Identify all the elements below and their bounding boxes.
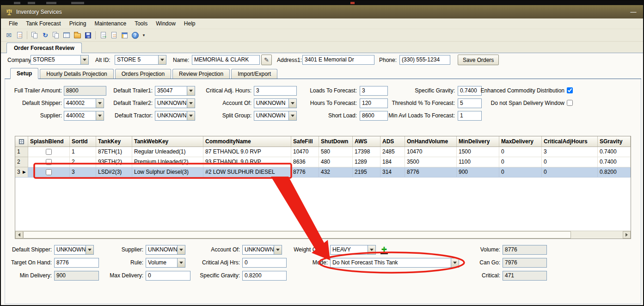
column-header-tankkey[interactable]: TankKey — [96, 136, 132, 147]
company-combobox[interactable]: STORE5 — [31, 55, 89, 65]
save-icon[interactable] — [83, 31, 92, 40]
default-trailer1-combobox[interactable]: 35047 — [155, 86, 195, 96]
help-icon[interactable]: ? — [130, 31, 140, 40]
threshold-to-forecast-field[interactable]: 5 — [458, 98, 482, 108]
mode-combobox[interactable]: Do Not Forecast This Tank — [330, 258, 459, 268]
grid-cell[interactable]: 2 — [70, 157, 96, 167]
row-number-cell[interactable]: 3 ▶ — [15, 167, 28, 177]
column-header-ads[interactable]: ADS — [380, 136, 405, 147]
phone-field[interactable]: (330) 555-1234 — [399, 55, 450, 65]
column-header-onhandvolume[interactable]: OnHandVolume — [405, 136, 457, 147]
column-header-mindelivery[interactable]: MinDelivery — [457, 136, 499, 147]
horizontal-scrollbar[interactable] — [15, 231, 631, 239]
grid-cell[interactable]: 432 — [319, 167, 353, 177]
do-not-span-delivery-window-checkbox[interactable] — [567, 100, 573, 106]
bottom-supplier-combobox[interactable]: UNKNOWN — [146, 245, 185, 255]
menu-tools[interactable]: Tools — [130, 19, 152, 28]
critical-adj-hours-field[interactable]: 3 — [254, 86, 297, 96]
paste-icon[interactable] — [51, 31, 61, 40]
column-header-shutdown[interactable]: ShutDown — [319, 136, 353, 147]
report-icon[interactable] — [15, 31, 24, 40]
grid-cell[interactable]: 184 — [380, 157, 405, 167]
grid-cell[interactable]: Regular Unleaded(1) — [132, 147, 203, 157]
default-tractor-combobox[interactable]: UNKNOWN — [155, 111, 195, 121]
grid-cell[interactable]: 3500 — [405, 157, 457, 167]
weight-class-combobox[interactable]: HEAVY — [330, 245, 376, 255]
grid-cell[interactable]: 93ETH(2) — [96, 157, 132, 167]
column-header-sgravity[interactable]: SGravity — [598, 136, 631, 147]
critical-adj-hrs-field[interactable]: 0 — [242, 258, 287, 268]
row-number-cell[interactable]: 1 — [15, 147, 28, 157]
min-avl-loads-field[interactable]: 1 — [458, 111, 482, 121]
chevron-down-icon[interactable] — [288, 111, 296, 120]
grid-cell[interactable]: 0.8200 — [598, 167, 631, 177]
edit-name-button[interactable]: ✎ — [261, 55, 272, 65]
tab-review-projection[interactable]: Review Projection — [172, 69, 230, 79]
can-go-field[interactable]: 7976 — [503, 258, 547, 268]
grid-cell[interactable]: #2 LOW SULPHUR DIESEL — [203, 167, 291, 177]
chevron-down-icon[interactable] — [187, 111, 195, 120]
import-icon[interactable] — [109, 31, 118, 40]
menu-tank-forecast[interactable]: Tank Forecast — [22, 19, 65, 28]
open-folder-icon[interactable] — [73, 31, 82, 40]
tab-import-export[interactable]: Import/Export — [231, 69, 277, 79]
scroll-left-button[interactable] — [15, 231, 23, 239]
row-number-cell[interactable]: 2 — [15, 157, 28, 167]
mail-icon[interactable]: ✉ — [4, 31, 13, 40]
grid-cell[interactable]: 17398 — [353, 147, 380, 157]
column-header-criticaladjhours[interactable]: CriticalAdjHours — [542, 136, 598, 147]
chevron-down-icon[interactable] — [177, 258, 185, 267]
chevron-down-icon[interactable] — [187, 99, 195, 108]
toolbar-overflow-icon[interactable]: ▾ — [141, 31, 147, 40]
split-group-combobox[interactable]: UNKNOWN — [254, 111, 297, 121]
table-row-selected[interactable]: 3 ▶ 3 LSD#2(3) Low Sulphur Diesel(3) #2 … — [15, 167, 631, 177]
default-trailer2-combobox[interactable]: UNKNOWN — [155, 98, 195, 108]
sync-icon[interactable]: ↻ — [41, 31, 50, 40]
grid-cell[interactable]: 314 — [380, 167, 405, 177]
tab-setup[interactable]: Setup — [10, 68, 38, 79]
grid-cell[interactable]: 3 — [70, 167, 96, 177]
loads-to-forecast-field[interactable]: 3 — [360, 86, 388, 96]
table-icon[interactable] — [62, 31, 71, 40]
bottom-default-shipper-combobox[interactable]: UNKNOWN — [54, 245, 94, 255]
grid-cell[interactable]: 0 — [542, 167, 598, 177]
grid-cell[interactable]: 1289 — [353, 157, 380, 167]
grid-cell[interactable]: Premium Unleaded(2) — [132, 157, 203, 167]
critical-field[interactable]: 471 — [503, 271, 547, 281]
column-header-sortid[interactable]: SortId — [70, 136, 96, 147]
scrollbar-thumb[interactable] — [23, 231, 571, 239]
target-on-hand-field[interactable]: 8776 — [54, 258, 99, 268]
scroll-right-button[interactable] — [623, 231, 631, 239]
column-header-safefill[interactable]: SafeFill — [291, 136, 319, 147]
grid-cell[interactable]: 580 — [319, 147, 353, 157]
grid-cell[interactable]: 1 — [70, 147, 96, 157]
table-row[interactable]: 1 1 87ETH(1) Regular Unleaded(1) 87 ETHA… — [15, 147, 631, 157]
grid-cell[interactable]: 10470 — [291, 147, 319, 157]
menu-file[interactable]: File — [5, 19, 22, 28]
grid-cell[interactable]: 87 ETHANOL 9.0 RVP — [203, 147, 291, 157]
account-of-combobox[interactable]: UNKNOWN — [254, 98, 297, 108]
bottom-specific-gravity-field[interactable]: 0.8200 — [242, 271, 287, 281]
minimize-button[interactable]: — — [628, 8, 638, 15]
grid-cell[interactable]: Low Sulphur Diesel(3) — [132, 167, 203, 177]
chevron-down-icon[interactable] — [368, 245, 375, 254]
menu-maintenance[interactable]: Maintenance — [90, 19, 130, 28]
hours-to-forecast-field[interactable]: 120 — [360, 98, 388, 108]
name-field[interactable]: MEMORIAL & CLARK — [192, 55, 260, 65]
chevron-down-icon[interactable] — [80, 55, 88, 64]
grid-cell[interactable]: 0.7400 — [598, 157, 631, 167]
grid-cell[interactable]: 2195 — [353, 167, 380, 177]
bottom-min-delivery-field[interactable]: 900 — [54, 271, 99, 281]
grid-cell[interactable]: 0.7400 — [598, 147, 631, 157]
grid-cell[interactable]: 8776 — [291, 167, 319, 177]
grid-cell[interactable]: 1500 — [457, 147, 499, 157]
menu-window[interactable]: Window — [152, 19, 180, 28]
alt-id-combobox[interactable]: STORE 5 — [115, 55, 166, 65]
splashblend-checkbox[interactable] — [46, 169, 52, 175]
rule-combobox[interactable]: Volume — [146, 258, 185, 268]
column-header-commodityname[interactable]: CommodityName — [203, 136, 291, 147]
grid-cell[interactable]: 8636 — [291, 157, 319, 167]
tab-order-forecast-review[interactable]: Order Forecast Review — [6, 43, 82, 53]
chevron-down-icon[interactable] — [288, 99, 296, 108]
grid-cell[interactable]: 3 — [542, 147, 598, 157]
